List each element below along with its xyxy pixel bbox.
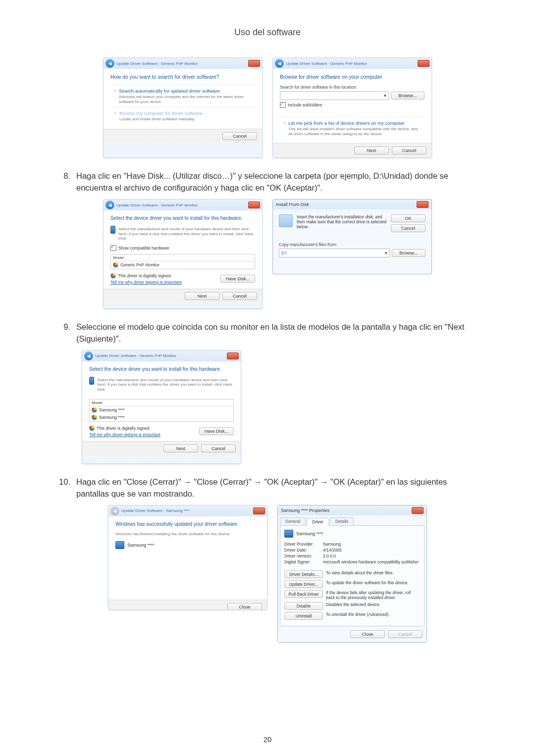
- button-row: Next Cancel: [273, 143, 431, 157]
- path-row: ▾ Browse...: [280, 91, 425, 100]
- button-row: Close: [108, 600, 267, 610]
- button-row: Cancel: [104, 129, 262, 143]
- signature-row: This driver is digitally signed. Tell me…: [110, 273, 255, 285]
- list-item[interactable]: Generic PnP Monitor: [111, 261, 255, 269]
- show-compatible-checkbox[interactable]: Show compatible hardware: [110, 245, 255, 251]
- roll-back-driver-button[interactable]: Roll Back Driver: [284, 590, 323, 598]
- option-auto-search[interactable]: → Search automatically for updated drive…: [110, 85, 255, 107]
- cancel-button[interactable]: Cancel: [201, 445, 236, 453]
- breadcrumb: Update Driver Software · Generic PnP Mon…: [116, 61, 198, 66]
- cancel-button[interactable]: Cancel: [392, 147, 427, 154]
- dialog-titlebar: Samsung **** Properties: [278, 505, 427, 515]
- cancel-button[interactable]: Cancel: [391, 224, 426, 232]
- list-item[interactable]: Samsung ****: [90, 414, 233, 421]
- list-item-label: Generic PnP Monitor: [120, 262, 160, 267]
- list-item[interactable]: Samsung ****: [90, 406, 233, 414]
- step-list: 8. Haga clic en "Have Disk... (Utilizar …: [54, 170, 481, 194]
- path-combo[interactable]: ▾: [280, 91, 389, 100]
- close-button[interactable]: Close: [350, 630, 385, 638]
- arrow-icon: →: [282, 120, 286, 136]
- close-icon[interactable]: [227, 353, 239, 359]
- driver-details-button[interactable]: Driver Details...: [284, 570, 323, 578]
- button-row: Close Cancel: [278, 628, 427, 642]
- device-name: Samsung ****: [127, 543, 155, 548]
- back-icon[interactable]: ◄: [106, 59, 114, 68]
- step-text: Haga clic en "Have Disk... (Utilizar dis…: [76, 170, 481, 194]
- breadcrumb: Update Driver Software · Generic PnP Mon…: [116, 203, 198, 207]
- value: microsoft windows hardware compatibility…: [323, 559, 420, 564]
- shield-icon: [89, 426, 95, 431]
- monitor-icon: [284, 530, 293, 538]
- close-icon[interactable]: [412, 507, 424, 514]
- close-icon[interactable]: [248, 60, 260, 67]
- label: Driver Provider:: [284, 542, 323, 547]
- option-sub: Windows will search your computer and th…: [119, 95, 253, 104]
- instruction-text: Select the manufacturer and model of you…: [118, 227, 255, 241]
- subtext: Windows has finished installing the driv…: [115, 532, 260, 537]
- next-button[interactable]: Next: [163, 445, 198, 453]
- close-icon[interactable]: [417, 201, 428, 208]
- wizard-browse-location: ◄ Update Driver Software · Generic PnP M…: [272, 57, 432, 158]
- monitor-icon: [115, 541, 124, 549]
- disable-button[interactable]: Disable: [284, 602, 323, 610]
- shield-icon: [92, 407, 97, 413]
- close-icon[interactable]: [418, 60, 429, 67]
- button-row: Next Cancel: [104, 289, 262, 303]
- back-icon[interactable]: ◄: [106, 201, 114, 209]
- next-button[interactable]: Next: [354, 147, 389, 154]
- next-button[interactable]: Next: [185, 292, 219, 300]
- browse-button[interactable]: Browse...: [392, 249, 426, 257]
- titlebar: ◄ Update Driver Software · Generic PnP M…: [273, 58, 431, 69]
- tell-me-why-link[interactable]: Tell me why driver signing is important: [89, 432, 160, 437]
- tab-driver[interactable]: Driver: [307, 518, 329, 526]
- search-location-label: Search for driver software in this locat…: [280, 85, 425, 90]
- have-disk-button[interactable]: Have Disk...: [199, 427, 234, 435]
- chevron-down-icon: ▾: [384, 93, 386, 98]
- checkbox-label: Include subfolders: [288, 102, 322, 107]
- titlebar: ◄ Update Driver Software · Generic PnP M…: [104, 58, 262, 69]
- titlebar: ◄ Update Driver Software · Generic PnP M…: [104, 200, 262, 210]
- close-icon[interactable]: [248, 202, 260, 208]
- cancel-button[interactable]: Cancel: [222, 132, 257, 140]
- prop-btn-row: Roll Back Driver If the device fails aft…: [284, 590, 420, 600]
- properties-body: Samsung **** Driver Provider: Samsung Dr…: [280, 525, 425, 626]
- shield-icon: [92, 415, 97, 420]
- monitor-icon: [89, 377, 94, 385]
- close-icon[interactable]: [253, 507, 265, 514]
- btn-desc: To uninstall the driver (Advanced).: [326, 612, 420, 617]
- tell-me-why-link[interactable]: Tell me why driver signing is important: [110, 280, 182, 285]
- step-text: Seleccione el modelo que coincida con su…: [76, 321, 481, 345]
- step-10: 10. Haga clic en "Close (Cerrar)" → "Clo…: [54, 476, 481, 500]
- close-button[interactable]: Close: [227, 603, 262, 610]
- signed-text: This driver is digitally signed.: [118, 273, 172, 278]
- back-icon[interactable]: ◄: [275, 59, 284, 68]
- include-subfolders-checkbox[interactable]: Include subfolders: [280, 102, 425, 108]
- prop-row: Driver Version: 2.0.0.0: [284, 554, 420, 558]
- back-icon[interactable]: ◄: [84, 352, 93, 360]
- shield-icon: [110, 273, 116, 279]
- titlebar: ◄ Update Driver Software · Samsung ****: [108, 505, 267, 516]
- have-disk-button[interactable]: Have Disk...: [220, 275, 255, 283]
- browse-button[interactable]: Browse...: [391, 92, 425, 100]
- prop-row: Driver Provider: Samsung: [284, 542, 420, 547]
- heading: Select the device driver you want to ins…: [89, 366, 234, 372]
- wizard-success: ◄ Update Driver Software · Samsung **** …: [108, 505, 268, 610]
- option-browse[interactable]: → Browse my computer for driver software…: [110, 107, 255, 125]
- signature-row: This driver is digitally signed. Tell me…: [89, 426, 234, 437]
- install-from-disk-dialog: Install From Disk Insert the manufacture…: [272, 199, 432, 274]
- label: Driver Version:: [284, 554, 323, 558]
- value: Samsung: [323, 542, 420, 547]
- cancel-button[interactable]: Cancel: [222, 292, 257, 300]
- heading: Select the device driver you want to ins…: [110, 215, 255, 221]
- figure-row-3: ◄ Update Driver Software · Generic PnP M…: [54, 350, 481, 464]
- tab-general[interactable]: General: [280, 517, 306, 525]
- option-pick-from-list[interactable]: → Let me pick from a list of device driv…: [280, 117, 425, 139]
- arrow-icon: →: [112, 88, 117, 104]
- uninstall-button[interactable]: Uninstall: [284, 612, 323, 620]
- btn-desc: To update the driver software for this d…: [326, 580, 420, 585]
- ok-button[interactable]: OK: [391, 214, 426, 222]
- update-driver-button[interactable]: Update Driver...: [284, 580, 323, 588]
- step-text: Haga clic en "Close (Cerrar)" → "Close (…: [76, 476, 481, 500]
- path-combo[interactable]: D:\ ▾: [279, 249, 390, 257]
- tab-details[interactable]: Details: [330, 517, 354, 525]
